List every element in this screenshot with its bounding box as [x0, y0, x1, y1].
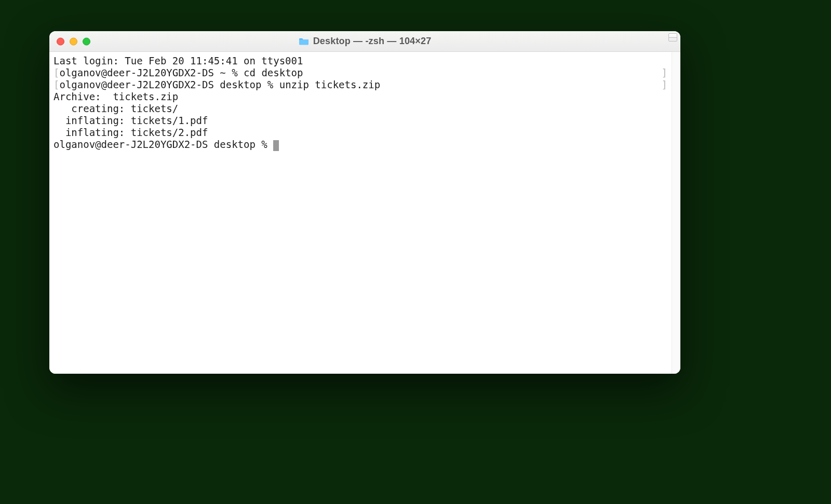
terminal-output[interactable]: Last login: Tue Feb 20 11:45:41 on ttys0… [49, 52, 672, 374]
prompt-2: olganov@deer-J2L20YGDX2-DS desktop % [59, 79, 279, 90]
output-line: creating: tickets/ [53, 103, 178, 114]
window-title: Desktop — -zsh — 104×27 [299, 36, 432, 47]
terminal-window: Desktop — -zsh — 104×27 Last login: Tue … [49, 31, 680, 374]
traffic-lights [57, 37, 90, 45]
output-line: inflating: tickets/2.pdf [53, 127, 208, 138]
terminal-body: Last login: Tue Feb 20 11:45:41 on ttys0… [49, 52, 680, 374]
zoom-button[interactable] [83, 37, 90, 45]
prompt-3: olganov@deer-J2L20YGDX2-DS desktop % [53, 139, 273, 150]
command-1: cd desktop [244, 67, 303, 78]
titlebar[interactable]: Desktop — -zsh — 104×27 [49, 31, 680, 52]
output-line: Archive: tickets.zip [53, 91, 178, 102]
last-login-line: Last login: Tue Feb 20 11:45:41 on ttys0… [53, 55, 303, 66]
scrollbar[interactable] [672, 52, 680, 374]
bracket-open: [ [53, 67, 59, 78]
command-2: unzip tickets.zip [279, 79, 380, 90]
folder-icon [299, 37, 309, 46]
window-title-text: Desktop — -zsh — 104×27 [313, 36, 432, 47]
prompt-1: olganov@deer-J2L20YGDX2-DS ~ % [59, 67, 244, 78]
bracket-open: [ [53, 79, 59, 90]
minimize-button[interactable] [70, 37, 77, 45]
bracket-close: ] [662, 67, 667, 79]
split-view-icon[interactable] [668, 33, 677, 42]
output-line: inflating: tickets/1.pdf [53, 115, 208, 126]
cursor [273, 140, 279, 151]
bracket-close: ] [662, 79, 667, 91]
close-button[interactable] [57, 37, 64, 45]
